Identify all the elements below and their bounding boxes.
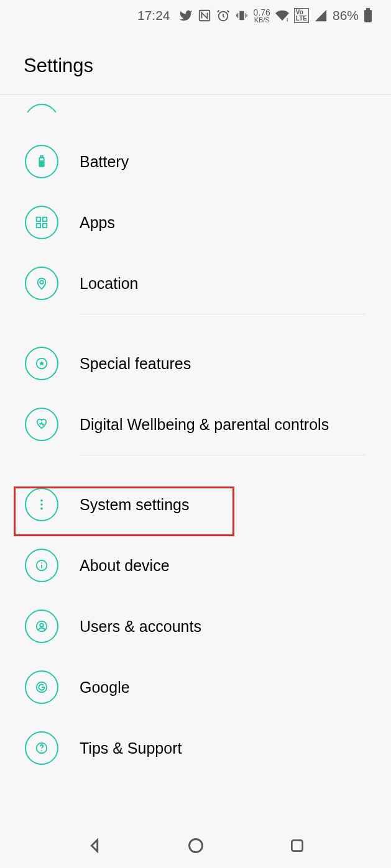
vibrate-icon: [235, 9, 249, 22]
svg-rect-9: [40, 161, 43, 165]
svg-rect-2: [239, 11, 244, 21]
svg-rect-10: [37, 217, 40, 221]
volte-badge: VoLTE: [294, 8, 309, 23]
list-item-google[interactable]: Google: [0, 657, 391, 718]
list-item-digital-wellbeing[interactable]: Digital Wellbeing & parental controls: [0, 394, 391, 455]
status-time: 17:24: [137, 8, 170, 23]
list-item-location[interactable]: Location: [0, 253, 391, 314]
list-item-about-device[interactable]: About device: [0, 535, 391, 596]
signal-icon: [314, 9, 328, 22]
svg-rect-28: [292, 840, 302, 851]
svg-point-23: [40, 623, 44, 627]
svg-point-26: [41, 750, 42, 751]
location-icon: [25, 267, 58, 300]
wifi-icon: [275, 9, 289, 22]
settings-list: Battery Apps Location Special features D…: [0, 95, 391, 779]
list-item-label: Digital Wellbeing & parental controls: [80, 416, 329, 434]
list-item-label: Location: [80, 275, 139, 293]
list-item-label: System settings: [80, 496, 189, 514]
list-item-special-features[interactable]: Special features: [0, 333, 391, 394]
navigation-bar: [0, 823, 391, 868]
svg-point-16: [40, 500, 43, 502]
svg-point-27: [190, 839, 203, 852]
user-icon: [25, 610, 58, 643]
star-icon: [25, 347, 58, 380]
svg-rect-12: [37, 224, 40, 227]
battery-icon: [364, 8, 372, 23]
svg-rect-6: [366, 8, 370, 10]
apps-icon: [25, 206, 58, 239]
svg-point-3: [287, 19, 288, 20]
list-item-users-accounts[interactable]: Users & accounts: [0, 596, 391, 657]
list-item-label: Apps: [80, 214, 115, 232]
list-item-apps[interactable]: Apps: [0, 192, 391, 253]
list-item-label: Users & accounts: [80, 618, 201, 636]
svg-point-14: [40, 280, 44, 284]
nav-back[interactable]: [86, 837, 103, 854]
list-item-label: Battery: [80, 153, 129, 171]
status-bar: 17:24 0.76KB/S VoLTE 86%: [0, 0, 391, 31]
svg-point-21: [41, 562, 42, 564]
more-vertical-icon: [25, 488, 58, 521]
partial-icon: [25, 104, 58, 112]
list-item-system-settings[interactable]: System settings: [0, 474, 391, 535]
nav-recents[interactable]: [289, 838, 305, 854]
list-item-battery[interactable]: Battery: [0, 131, 391, 192]
svg-point-18: [40, 508, 43, 510]
nfc-icon: [198, 9, 211, 22]
svg-rect-13: [43, 224, 47, 227]
nav-home[interactable]: [187, 837, 205, 854]
battery-percent: 86%: [333, 8, 359, 23]
list-item-label: Special features: [80, 355, 191, 373]
network-speed: 0.76KB/S: [254, 8, 270, 24]
svg-point-17: [40, 503, 43, 506]
list-item-label: About device: [80, 557, 170, 575]
alarm-icon: [216, 9, 230, 22]
heart-icon: [25, 408, 58, 441]
svg-rect-11: [43, 217, 47, 221]
page-title: Settings: [0, 31, 391, 95]
help-icon: [25, 731, 58, 765]
svg-rect-8: [40, 156, 43, 158]
info-icon: [25, 549, 58, 582]
svg-rect-5: [364, 10, 372, 22]
list-item-label: Google: [80, 678, 130, 697]
google-icon: [25, 670, 58, 704]
list-item-label: Tips & Support: [80, 739, 182, 757]
list-item-tips-support[interactable]: Tips & Support: [0, 718, 391, 779]
svg-point-4: [287, 20, 288, 21]
list-item-partial[interactable]: [0, 95, 391, 112]
twitter-icon: [179, 9, 193, 22]
battery-icon: [25, 145, 58, 178]
